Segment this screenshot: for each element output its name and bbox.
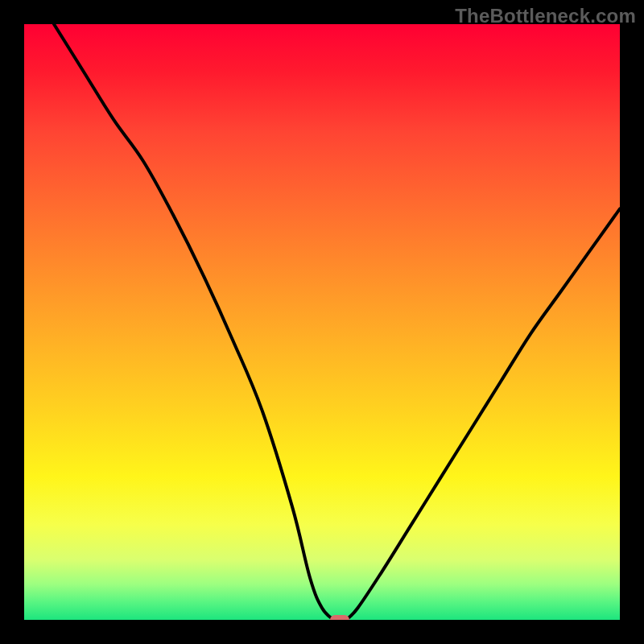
plot-area [24, 24, 620, 620]
chart-frame: TheBottleneck.com [0, 0, 644, 644]
curve-path [54, 24, 620, 620]
watermark-text: TheBottleneck.com [455, 5, 636, 27]
minimum-marker [330, 615, 349, 620]
bottleneck-curve [24, 24, 620, 620]
